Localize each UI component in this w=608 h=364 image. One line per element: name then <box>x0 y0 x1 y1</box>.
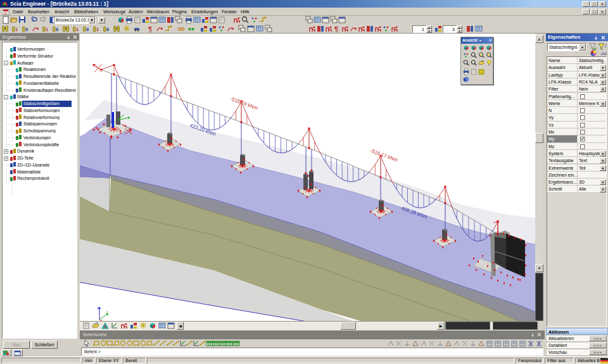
svg-text:¶: ¶ <box>148 25 152 33</box>
svg-text:1: 1 <box>46 27 48 32</box>
svg-text:8: 8 <box>86 27 89 32</box>
svg-text:¶: ¶ <box>334 25 338 33</box>
svg-text:8: 8 <box>56 27 58 32</box>
svg-text:1: 1 <box>15 27 18 32</box>
svg-text:8: 8 <box>106 27 109 32</box>
svg-text:1: 1 <box>76 27 79 32</box>
svg-text:8: 8 <box>25 27 28 32</box>
svg-text:1: 1 <box>96 27 99 32</box>
